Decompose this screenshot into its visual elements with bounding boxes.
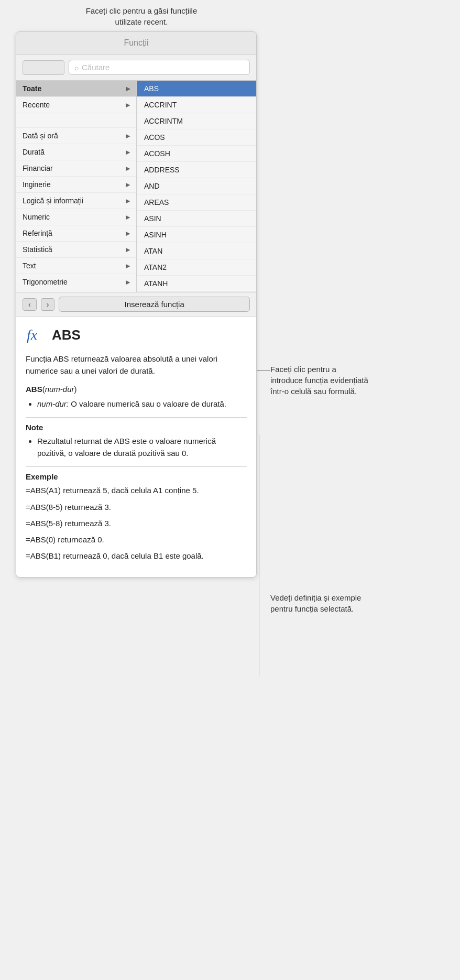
category-arrow: ▶: [126, 85, 130, 92]
category-item-durata[interactable]: Durată ▶: [16, 144, 136, 160]
function-item-accrintm[interactable]: ACCRINTM: [137, 113, 256, 129]
callout-def-text: Vedeți definiția și exemple pentru funcț…: [270, 592, 373, 614]
category-arrow: ▶: [126, 230, 130, 237]
category-item-text[interactable]: Text ▶: [16, 258, 136, 274]
function-item-asinh[interactable]: ASINH: [137, 227, 256, 243]
category-arrow: ▶: [126, 165, 130, 172]
category-item-numeric[interactable]: Numeric ▶: [16, 209, 136, 225]
desc-header: fx ABS: [26, 325, 247, 345]
category-item-referinta[interactable]: Referință ▶: [16, 225, 136, 242]
panel-title: Funcții: [124, 38, 148, 47]
category-label: Statistică: [23, 245, 52, 254]
insert-function-button[interactable]: Inserează funcția: [59, 297, 250, 312]
category-item-financiar[interactable]: Financiar ▶: [16, 160, 136, 177]
category-item-recente[interactable]: Recente ▶: [16, 97, 136, 113]
functions-panel: Funcții ⌕ Căutare Toate ▶ Recente ▶ Dată…: [16, 31, 257, 578]
divider-1: [26, 417, 247, 418]
notes-title: Note: [26, 423, 247, 432]
category-arrow: ▶: [126, 149, 130, 156]
callout-def-line: [259, 435, 259, 676]
description-area: fx ABS Funcția ABS returnează valoarea a…: [16, 317, 256, 577]
panel-header: Funcții: [16, 32, 256, 55]
note-item: Rezultatul returnat de ABS este o valoar…: [37, 435, 247, 460]
example-2: =ABS(8-5) returnează 3.: [26, 501, 247, 513]
category-item-statistica[interactable]: Statistică ▶: [16, 242, 136, 258]
function-item-address[interactable]: ADDRESS: [137, 162, 256, 178]
function-item-atanh[interactable]: ATANH: [137, 276, 256, 292]
category-arrow: ▶: [126, 263, 130, 269]
divider-2: [26, 466, 247, 467]
category-arrow: ▶: [126, 246, 130, 253]
search-input-wrapper[interactable]: ⌕ Căutare: [69, 60, 250, 75]
category-arrow: ▶: [126, 181, 130, 188]
function-column: ABS ACCRINT ACCRINTM ACOS ACOSH ADDRESS …: [137, 81, 256, 292]
category-label: Dată și oră: [23, 132, 58, 140]
fx-icon: fx: [26, 325, 46, 345]
syntax-func-name: ABS: [26, 385, 42, 394]
syntax-param: num-dur: [45, 385, 74, 394]
example-5: =ABS(B1) returnează 0, dacă celula B1 es…: [26, 550, 247, 562]
param-item: num-dur: O valoare numerică sau o valoar…: [37, 398, 247, 410]
category-arrow: ▶: [126, 214, 130, 221]
category-item-spacer: [16, 113, 136, 128]
category-label: Inginerie: [23, 180, 51, 189]
function-item-abs[interactable]: ABS: [137, 81, 256, 97]
panel-toolbar: ‹ › Inserează funcția: [16, 292, 256, 317]
examples-title: Exemple: [26, 472, 247, 481]
example-1: =ABS(A1) returnează 5, dacă celula A1 co…: [26, 484, 247, 496]
function-name-display: ABS: [52, 327, 81, 343]
callout-insert-text: Faceți clic pentru a introduce funcția e…: [270, 364, 370, 397]
function-list-container: Toate ▶ Recente ▶ Dată și oră ▶ Durată ▶…: [16, 81, 256, 292]
svg-text:fx: fx: [27, 326, 38, 343]
category-label: Numeric: [23, 213, 50, 221]
syntax-line: ABS(num-dur): [26, 385, 247, 394]
function-item-atan2[interactable]: ATAN2: [137, 259, 256, 276]
category-label: Financiar: [23, 164, 53, 172]
example-4: =ABS(0) returnează 0.: [26, 533, 247, 546]
category-item-toate[interactable]: Toate ▶: [16, 81, 136, 97]
function-item-accrint[interactable]: ACCRINT: [137, 97, 256, 113]
function-item-atan[interactable]: ATAN: [137, 243, 256, 259]
function-item-areas[interactable]: AREAS: [137, 194, 256, 211]
category-label: Trigonometrie: [23, 278, 68, 286]
function-item-acosh[interactable]: ACOSH: [137, 146, 256, 162]
category-arrow: ▶: [126, 133, 130, 139]
callout-top-text: Faceți clic pentru a găsi funcțiile util…: [81, 5, 202, 27]
next-button[interactable]: ›: [41, 298, 55, 311]
category-label: Toate: [23, 84, 41, 93]
param-name: num-dur:: [37, 399, 69, 408]
notes-list: Rezultatul returnat de ABS este o valoar…: [37, 435, 247, 460]
category-label: Text: [23, 262, 36, 270]
category-arrow: ▶: [126, 279, 130, 286]
prev-button[interactable]: ‹: [23, 298, 37, 311]
category-arrow: ▶: [126, 198, 130, 204]
search-icon: ⌕: [74, 63, 79, 72]
category-label: Durată: [23, 148, 45, 156]
category-arrow: ▶: [126, 102, 130, 108]
category-label: Referință: [23, 229, 52, 237]
search-area: ⌕ Căutare: [16, 55, 256, 81]
search-placeholder: Căutare: [82, 63, 109, 72]
category-item-data[interactable]: Dată și oră ▶: [16, 128, 136, 144]
category-item-trig[interactable]: Trigonometrie ▶: [16, 274, 136, 290]
function-item-and[interactable]: AND: [137, 178, 256, 194]
category-column: Toate ▶ Recente ▶ Dată și oră ▶ Durată ▶…: [16, 81, 137, 292]
function-item-acos[interactable]: ACOS: [137, 129, 256, 146]
example-3: =ABS(5-8) returnează 3.: [26, 517, 247, 529]
function-item-asin[interactable]: ASIN: [137, 211, 256, 227]
category-label: Recente: [23, 101, 50, 109]
category-label: Logică și informații: [23, 197, 83, 205]
category-item-logica[interactable]: Logică și informații ▶: [16, 193, 136, 209]
param-list: num-dur: O valoare numerică sau o valoar…: [37, 398, 247, 410]
function-summary: Funcția ABS returnează valoarea absolută…: [26, 353, 247, 377]
category-item-inginerie[interactable]: Inginerie ▶: [16, 177, 136, 193]
search-left-box: [23, 60, 64, 75]
